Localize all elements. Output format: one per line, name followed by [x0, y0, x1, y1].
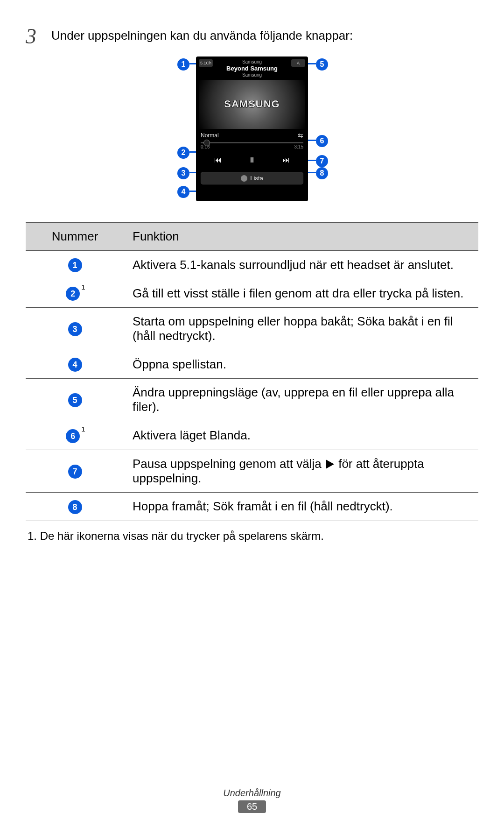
table-row: 5 Ändra upprepningsläge (av, upprepa en …: [26, 379, 478, 421]
table-row: 21 Gå till ett visst ställe i filen geno…: [26, 279, 478, 308]
row-bubble: 7: [68, 465, 82, 479]
track-sub2: Samsung: [196, 72, 308, 78]
album-brand: SAMSUNG: [224, 98, 280, 110]
row-fn: Öppna spellistan.: [124, 350, 478, 379]
page-footer: Underhållning 65: [0, 788, 504, 813]
row-sup: 1: [81, 425, 85, 433]
list-label: Lista: [250, 175, 263, 182]
callout-4: 4: [177, 186, 189, 198]
row-fn: Pausa uppspelning genom att välja för at…: [124, 450, 478, 492]
table-row: 7 Pausa uppspelning genom att välja för …: [26, 450, 478, 492]
row-bubble: 4: [68, 358, 82, 372]
footer-page-number: 65: [238, 800, 266, 813]
surround-badge: 5.1Ch: [199, 59, 213, 67]
row-bubble: 3: [68, 322, 82, 336]
step-row: 3 Under uppspelningen kan du använda föl…: [26, 26, 478, 47]
callout-8: 8: [316, 167, 328, 179]
step-text: Under uppspelningen kan du använda följa…: [51, 26, 478, 43]
progress-thumb: [203, 140, 210, 146]
shuffle-icon: ⇆: [298, 132, 303, 139]
callout-2: 2: [177, 147, 189, 159]
step-number: 3: [26, 26, 51, 47]
th-number: Nummer: [26, 223, 124, 251]
callout-7: 7: [316, 155, 328, 167]
row-bubble: 5: [68, 393, 82, 407]
row-fn: Aktivera läget Blanda.: [124, 421, 478, 450]
th-function: Funktion: [124, 223, 478, 251]
footer-section: Underhållning: [0, 788, 504, 799]
row-bubble: 8: [68, 500, 82, 514]
phone-screenshot: 5.1Ch A Samsung Beyond Samsung Samsung S…: [196, 57, 308, 201]
row-bubble: 6: [66, 429, 80, 443]
list-button: Lista: [201, 172, 303, 185]
callout-6: 6: [316, 135, 328, 147]
eq-label: Normal: [201, 132, 219, 139]
row-sup: 1: [81, 283, 85, 291]
next-icon: ⏭: [282, 156, 290, 164]
function-table: Nummer Funktion 1 Aktivera 5.1-kanals su…: [26, 222, 478, 521]
play-icon: [326, 459, 334, 469]
row-fn: Gå till ett visst ställe i filen genom a…: [124, 279, 478, 308]
table-row: 1 Aktivera 5.1-kanals surroundljud när e…: [26, 251, 478, 279]
callout-5: 5: [316, 58, 328, 71]
row-fn: Starta om uppspelning eller hoppa bakåt;…: [124, 308, 478, 350]
pause-icon: ⏸: [248, 156, 256, 164]
callout-3: 3: [177, 167, 189, 179]
album-art: SAMSUNG: [199, 80, 305, 129]
row-bubble: 2: [66, 287, 80, 301]
row-fn: Hoppa framåt; Sök framåt i en fil (håll …: [124, 492, 478, 521]
figure: 5.1Ch A Samsung Beyond Samsung Samsung S…: [26, 57, 478, 211]
table-row: 3 Starta om uppspelning eller hoppa bakå…: [26, 308, 478, 350]
row-fn: Aktivera 5.1-kanals surroundljud när ett…: [124, 251, 478, 279]
table-row: 61 Aktivera läget Blanda.: [26, 421, 478, 450]
time-total: 3:15: [294, 144, 303, 149]
footnote: 1. De här ikonerna visas när du trycker …: [28, 530, 478, 543]
progress-bar: [201, 142, 303, 143]
table-row: 8 Hoppa framåt; Sök framåt i en fil (hål…: [26, 492, 478, 521]
callout-1: 1: [177, 58, 189, 71]
row-bubble: 1: [68, 258, 82, 272]
repeat-badge: A: [291, 59, 305, 67]
list-icon: [241, 175, 247, 182]
row-fn: Ändra upprepningsläge (av, upprepa en fi…: [124, 379, 478, 421]
table-row: 4 Öppna spellistan.: [26, 350, 478, 379]
prev-icon: ⏮: [214, 156, 222, 164]
row-fn-pre: Pausa uppspelning genom att välja: [133, 457, 325, 471]
